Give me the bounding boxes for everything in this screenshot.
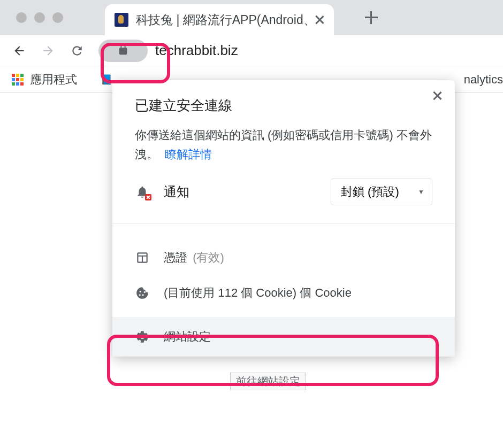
close-window-button[interactable]	[16, 12, 27, 23]
dropdown-value: 封鎖 (預設)	[341, 184, 399, 200]
reload-icon	[70, 44, 84, 58]
address-bar[interactable]: techrabbit.biz	[98, 38, 491, 63]
certificate-icon	[135, 251, 150, 265]
close-tab-button[interactable]	[315, 15, 324, 25]
new-tab-button[interactable]	[365, 11, 378, 24]
favicon-icon	[115, 13, 128, 27]
notification-permission-row: 通知 封鎖 (預設)	[112, 179, 455, 223]
notification-label: 通知	[164, 183, 317, 200]
certificate-label: 憑證 (有效)	[164, 250, 432, 266]
traffic-lights	[16, 12, 63, 23]
toolbar: techrabbit.biz	[0, 35, 503, 66]
maximize-window-button[interactable]	[52, 12, 63, 23]
bell-icon	[135, 185, 150, 199]
window-tab-strip: 科技兔 | 網路流行APP(Android、	[0, 0, 503, 35]
browser-tab[interactable]: 科技兔 | 網路流行APP(Android、	[105, 4, 334, 35]
popup-description: 你傳送給這個網站的資訊 (例如密碼或信用卡號碼) 不會外洩。 瞭解詳情	[135, 126, 432, 165]
cookies-row[interactable]: (目前使用 112 個 Cookie) 個 Cookie	[112, 275, 455, 311]
bookmark-partial-label[interactable]: nalytics	[464, 73, 503, 87]
bookmark-item[interactable]: 📘	[101, 74, 112, 86]
site-info-popup: 已建立安全連線 你傳送給這個網站的資訊 (例如密碼或信用卡號碼) 不會外洩。 瞭…	[112, 80, 455, 357]
plus-icon	[365, 11, 378, 24]
lock-icon	[117, 44, 129, 58]
tooltip: 前往網站設定	[230, 373, 306, 390]
reload-button[interactable]	[70, 43, 85, 58]
apps-icon[interactable]	[12, 74, 24, 86]
certificate-row[interactable]: 憑證 (有效)	[112, 240, 455, 275]
arrow-left-icon	[12, 44, 26, 58]
cookies-label: (目前使用 112 個 Cookie) 個 Cookie	[164, 285, 432, 301]
url-text: techrabbit.biz	[155, 42, 238, 59]
popup-close-button[interactable]	[432, 91, 442, 101]
back-button[interactable]	[12, 43, 27, 58]
forward-button[interactable]	[41, 43, 56, 58]
minimize-window-button[interactable]	[34, 12, 45, 23]
learn-more-link[interactable]: 瞭解詳情	[165, 148, 212, 161]
site-settings-row[interactable]: 網站設定	[112, 317, 455, 357]
site-settings-label: 網站設定	[164, 329, 432, 345]
close-icon	[432, 91, 442, 101]
tab-title: 科技兔 | 網路流行APP(Android、	[136, 12, 307, 28]
gear-icon	[135, 330, 150, 344]
arrow-right-icon	[41, 44, 55, 58]
site-info-button[interactable]	[98, 40, 148, 62]
notification-dropdown[interactable]: 封鎖 (預設)	[331, 179, 432, 205]
connection-section: 已建立安全連線 你傳送給這個網站的資訊 (例如密碼或信用卡號碼) 不會外洩。 瞭…	[112, 80, 455, 179]
cookie-icon	[135, 286, 150, 300]
popup-title: 已建立安全連線	[135, 96, 432, 115]
apps-label[interactable]: 應用程式	[30, 72, 77, 88]
